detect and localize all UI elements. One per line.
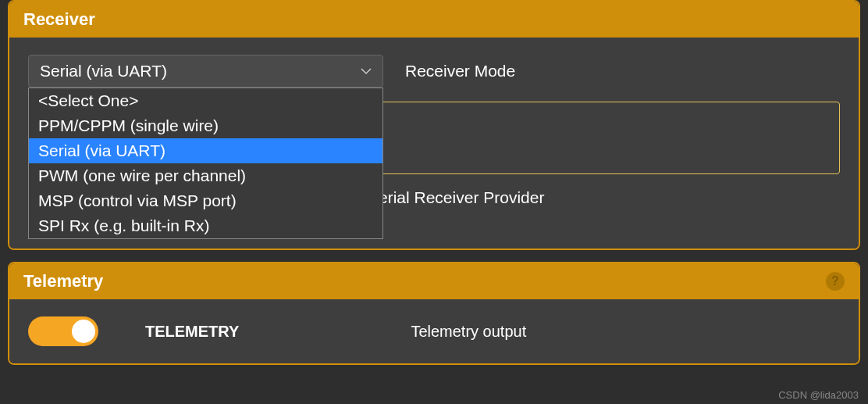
dropdown-option-msp[interactable]: MSP (control via MSP port) — [29, 188, 382, 213]
dropdown-option-ppm[interactable]: PPM/CPPM (single wire) — [29, 113, 382, 138]
toggle-knob — [72, 320, 95, 343]
dropdown-option-select-one[interactable]: <Select One> — [29, 88, 382, 113]
receiver-body: Serial (via UART) <Select One> PPM/CPPM … — [9, 38, 859, 248]
receiver-title: Receiver — [23, 9, 95, 30]
receiver-mode-selected-value: Serial (via UART) — [40, 62, 167, 80]
dropdown-option-spi-rx[interactable]: SPI Rx (e.g. built-in Rx) — [29, 213, 382, 238]
telemetry-panel: Telemetry ? TELEMETRY Telemetry output — [8, 262, 860, 365]
receiver-mode-select-wrapper: Serial (via UART) <Select One> PPM/CPPM … — [28, 55, 383, 88]
telemetry-header: Telemetry ? — [9, 263, 859, 299]
dropdown-option-serial-uart[interactable]: Serial (via UART) — [29, 138, 382, 163]
receiver-header: Receiver — [9, 2, 859, 38]
serial-receiver-provider-label: Serial Receiver Provider — [368, 188, 840, 207]
receiver-mode-label: Receiver Mode — [405, 62, 515, 80]
dropdown-option-pwm[interactable]: PWM (one wire per channel) — [29, 163, 382, 188]
receiver-mode-dropdown: <Select One> PPM/CPPM (single wire) Seri… — [28, 88, 383, 239]
receiver-mode-select[interactable]: Serial (via UART) — [28, 55, 383, 88]
receiver-panel: Receiver Serial (via UART) <Select One> … — [8, 0, 860, 250]
telemetry-title: Telemetry — [23, 271, 103, 291]
telemetry-toggle-label: TELEMETRY — [145, 323, 239, 341]
help-icon[interactable]: ? — [826, 272, 845, 291]
chevron-down-icon — [361, 67, 372, 75]
telemetry-desc: Telemetry output — [411, 323, 526, 341]
telemetry-body: TELEMETRY Telemetry output — [9, 299, 859, 363]
receiver-mode-row: Serial (via UART) <Select One> PPM/CPPM … — [28, 55, 840, 88]
telemetry-toggle-row: TELEMETRY Telemetry output — [28, 316, 840, 346]
telemetry-toggle[interactable] — [28, 316, 98, 346]
